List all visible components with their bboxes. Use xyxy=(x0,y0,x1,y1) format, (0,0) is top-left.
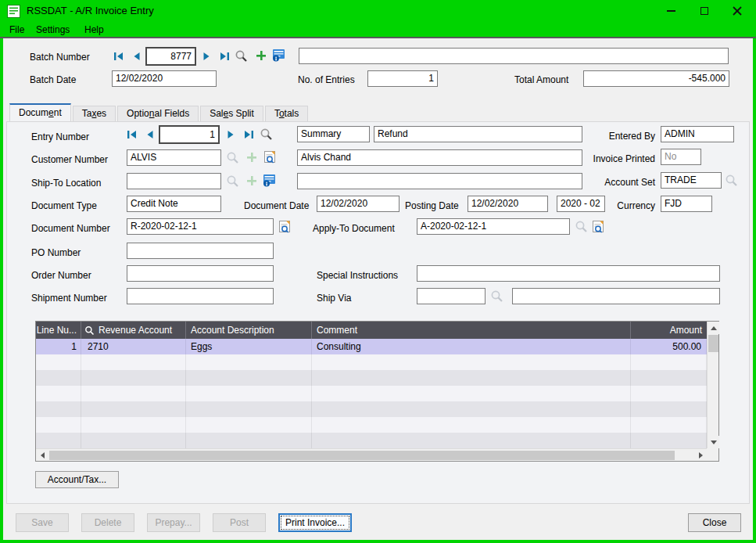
account-set-field[interactable]: TRADE xyxy=(661,172,722,189)
menu-settings[interactable]: Settings xyxy=(36,23,70,36)
column-header-account-description[interactable]: Account Description xyxy=(186,322,312,339)
batch-description-field[interactable] xyxy=(299,48,729,64)
grid-row-empty[interactable] xyxy=(36,401,707,417)
account-tax-button[interactable]: Account/Tax... xyxy=(35,471,119,488)
grid-row-empty[interactable] xyxy=(36,370,707,386)
scroll-down-button[interactable] xyxy=(708,436,719,448)
currency-field: FJD xyxy=(661,196,712,212)
tab-optional-fields[interactable]: Optional Fields xyxy=(117,106,199,121)
menu-file[interactable]: File xyxy=(9,23,24,36)
grid-row-empty[interactable] xyxy=(36,354,707,370)
entered-by-field: ADMIN xyxy=(661,126,734,142)
batch-finder-button[interactable] xyxy=(234,49,248,63)
entry-last-button[interactable] xyxy=(242,128,256,142)
column-header-comment[interactable]: Comment xyxy=(312,322,631,339)
batch-date-label: Batch Date xyxy=(30,74,76,86)
search-icon xyxy=(226,174,239,188)
next-record-icon xyxy=(200,50,213,63)
grid-row-empty[interactable] xyxy=(36,433,707,448)
entry-type-field[interactable]: Summary xyxy=(297,126,370,142)
batch-info-drilldown-button[interactable] xyxy=(272,48,286,62)
entries-field: 1 xyxy=(367,70,438,87)
shipment-number-field[interactable] xyxy=(127,288,274,304)
horizontal-scrollbar[interactable] xyxy=(36,448,707,461)
po-number-field[interactable] xyxy=(127,243,274,259)
batch-next-button[interactable] xyxy=(199,49,213,63)
entry-next-button[interactable] xyxy=(224,128,238,142)
column-header-amount[interactable]: Amount xyxy=(631,322,707,339)
scroll-right-button[interactable] xyxy=(694,449,707,461)
print-invoice-button[interactable]: Print Invoice... xyxy=(278,513,352,532)
inquiry-document-icon xyxy=(263,150,277,164)
grid-row-empty[interactable] xyxy=(36,417,707,433)
grid-row-selected[interactable]: 1 2710 Eggs Consulting 500.00 xyxy=(36,339,707,354)
next-record-icon xyxy=(224,128,237,141)
menu-help[interactable]: Help xyxy=(84,23,104,36)
posting-date-field[interactable]: 12/02/2020 xyxy=(468,196,548,212)
title-bar: RSSDAT - A/R Invoice Entry xyxy=(0,0,756,22)
document-number-inquiry-button[interactable] xyxy=(278,219,292,233)
save-button: Save xyxy=(16,513,69,532)
batch-prev-button[interactable] xyxy=(130,49,144,63)
vertical-scrollbar[interactable] xyxy=(707,322,718,448)
minimize-button[interactable] xyxy=(659,0,683,22)
scroll-up-button[interactable] xyxy=(708,322,719,334)
tab-bar: Document Taxes Optional Fields Sales Spl… xyxy=(9,104,310,121)
ship-via-description-field[interactable] xyxy=(512,288,720,304)
customer-finder-button[interactable] xyxy=(225,150,239,164)
batch-first-button[interactable] xyxy=(112,49,126,63)
close-button[interactable]: Close xyxy=(688,513,741,532)
cell-account-description[interactable]: Eggs xyxy=(186,339,312,354)
ship-via-finder-button[interactable] xyxy=(489,289,503,303)
special-instructions-field[interactable] xyxy=(417,265,720,282)
entry-finder-button[interactable] xyxy=(259,127,273,141)
apply-to-field[interactable]: A-2020-02-12-1 xyxy=(417,218,570,235)
entry-prev-button[interactable] xyxy=(143,128,157,142)
ship-to-drilldown-button[interactable] xyxy=(263,173,277,187)
close-window-button[interactable] xyxy=(726,0,749,22)
apply-to-inquiry-button[interactable] xyxy=(591,219,605,233)
document-date-field[interactable]: 12/02/2020 xyxy=(317,196,399,212)
tab-document[interactable]: Document xyxy=(9,103,71,121)
last-record-icon xyxy=(242,128,255,141)
document-number-field[interactable]: R-2020-02-12-1 xyxy=(127,218,274,235)
batch-new-button[interactable] xyxy=(254,49,268,63)
grid-row-empty[interactable] xyxy=(36,386,707,401)
ship-to-new-button[interactable] xyxy=(245,174,259,188)
scroll-left-button[interactable] xyxy=(36,449,48,461)
ship-to-field[interactable] xyxy=(127,173,221,189)
column-header-line-number[interactable]: Line Nu... xyxy=(36,322,81,339)
order-number-field[interactable] xyxy=(127,265,274,282)
customer-number-field[interactable]: ALVIS xyxy=(127,149,221,166)
ship-via-code-field[interactable] xyxy=(417,288,485,304)
tab-sales-split[interactable]: Sales Split xyxy=(200,106,263,121)
batch-number-field[interactable]: 8777 xyxy=(145,47,196,66)
column-header-revenue-account[interactable]: Revenue Account xyxy=(81,322,186,339)
customer-new-button[interactable] xyxy=(245,150,259,164)
account-set-finder-button[interactable] xyxy=(724,173,738,187)
cell-revenue-account[interactable]: 2710 xyxy=(81,339,186,354)
previous-record-icon xyxy=(131,50,143,63)
vertical-scroll-thumb[interactable] xyxy=(708,335,718,352)
tab-taxes[interactable]: Taxes xyxy=(73,106,116,121)
maximize-button[interactable] xyxy=(693,0,716,22)
document-type-field[interactable]: Credit Note xyxy=(127,196,221,212)
batch-number-label: Batch Number xyxy=(30,52,90,63)
customer-inquiry-button[interactable] xyxy=(263,149,277,164)
first-record-icon xyxy=(113,50,125,63)
ship-to-finder-button[interactable] xyxy=(225,174,239,188)
entry-first-button[interactable] xyxy=(125,128,139,142)
account-set-label: Account Set xyxy=(547,177,655,189)
tab-totals[interactable]: Totals xyxy=(265,106,308,121)
cell-line-number[interactable]: 1 xyxy=(36,339,81,354)
cell-comment[interactable]: Consulting xyxy=(312,339,631,354)
entry-number-field[interactable]: 1 xyxy=(159,125,220,144)
apply-to-finder-button[interactable] xyxy=(574,219,588,233)
add-icon xyxy=(245,151,258,164)
total-amount-label: Total Amount xyxy=(514,74,568,86)
batch-last-button[interactable] xyxy=(217,49,231,63)
horizontal-scroll-thumb[interactable] xyxy=(49,451,675,460)
cell-amount[interactable]: 500.00 xyxy=(631,339,707,354)
window-title: RSSDAT - A/R Invoice Entry xyxy=(27,5,154,16)
batch-date-field[interactable]: 12/02/2020 xyxy=(112,70,217,87)
